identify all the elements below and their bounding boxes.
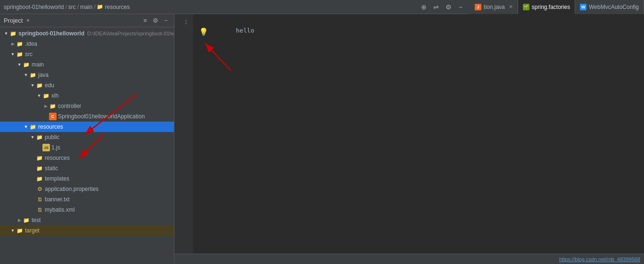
- tree-label: main: [32, 61, 44, 68]
- tree-item-target[interactable]: ▼ 📁 target: [0, 225, 174, 236]
- tree-item-java[interactable]: ▼ 📁 java: [0, 70, 174, 80]
- breadcrumb-part: main: [80, 4, 92, 10]
- tree-label: controller: [58, 103, 81, 109]
- folder-icon: 📁: [49, 102, 57, 110]
- close-icon[interactable]: ✕: [509, 4, 513, 10]
- settings-equal-icon[interactable]: ⇌: [431, 2, 441, 12]
- status-url[interactable]: https://blog.csdn.net/mb_48399568: [559, 256, 640, 262]
- lightbulb-hint[interactable]: 💡: [199, 27, 638, 36]
- arrow-icon: ▼: [9, 227, 16, 234]
- arrow-icon: ▼: [29, 82, 36, 89]
- line-numbers: 1: [174, 14, 193, 254]
- folder-icon: 📁: [36, 175, 43, 182]
- breadcrumb-part: src: [68, 4, 76, 10]
- breadcrumb-part: springboot-01helloworld: [4, 4, 64, 10]
- tree-label: application.properties: [45, 186, 99, 192]
- breadcrumb-sep: /: [94, 4, 95, 10]
- folder-icon: 📁: [16, 40, 24, 48]
- tree-item-src[interactable]: ▼ 📁 src: [0, 49, 174, 59]
- folder-icon: 📁: [9, 30, 17, 37]
- tree-label: .idea: [25, 41, 37, 47]
- tree-item-js[interactable]: ▶ JS 1.js: [0, 142, 174, 153]
- tab-bar: springboot-01helloworld / src / main / 📁…: [0, 0, 644, 14]
- tree-item-xlh[interactable]: ▼ 📁 xlh: [0, 91, 174, 101]
- tree-item-mybatis[interactable]: ▶ 🖻 mybatis.xml: [0, 205, 174, 215]
- tree-label: src: [25, 51, 33, 58]
- tree-item-test[interactable]: ▶ 📁 test: [0, 215, 174, 225]
- tree-label: resources: [45, 155, 70, 161]
- folder-icon: 📁: [23, 61, 30, 68]
- folder-icon: 📁: [36, 154, 43, 162]
- editor-panel: 1 hello 💡: [174, 14, 644, 264]
- tree-item-static[interactable]: ▶ 📁 static: [0, 163, 174, 173]
- panel-collapse-btn[interactable]: −: [162, 16, 170, 25]
- tree-item-app-properties[interactable]: ▶ ⚙ application.properties: [0, 184, 174, 194]
- globe-icon[interactable]: ⊕: [419, 2, 429, 12]
- arrow-icon: ▼: [9, 51, 16, 58]
- breadcrumb-part: 📁 resources: [97, 4, 130, 10]
- lightbulb-icon: 💡: [199, 27, 208, 36]
- breadcrumb-area: springboot-01helloworld / src / main / 📁…: [0, 2, 468, 12]
- arrow-icon: ▶: [42, 103, 49, 109]
- tree-item-templates[interactable]: ▶ 📁 templates: [0, 173, 174, 184]
- tab-webmvc[interactable]: W WebMvcAutoConfig: [575, 0, 644, 14]
- tab-toolbar: ⊕ ⇌ ⚙ −: [416, 2, 468, 12]
- folder-icon: 📁: [16, 50, 24, 58]
- tab-application-java[interactable]: J tion.java ✕: [470, 0, 518, 14]
- tree-item-banner[interactable]: ▶ 🖻 banner.txt: [0, 194, 174, 205]
- tree-label: java: [38, 72, 49, 78]
- tab-label: WebMvcAutoConfig: [589, 4, 639, 10]
- panel-title: Project: [4, 17, 23, 24]
- tab-label: tion.java: [484, 4, 505, 10]
- tree-item-main[interactable]: ▼ 📁 main: [0, 59, 174, 70]
- tree-label: test: [32, 217, 41, 223]
- tree-item-public[interactable]: ▼ 📁 public: [0, 132, 174, 142]
- gear-icon[interactable]: ⚙: [444, 2, 453, 12]
- svg-line-1: [205, 43, 231, 71]
- tree-label: banner.txt: [45, 196, 70, 203]
- factories-file-icon: 🌱: [523, 4, 529, 10]
- tree-item-controller[interactable]: ▶ 📁 controller: [0, 101, 174, 111]
- tree-item-idea[interactable]: ▶ 📁 .idea: [0, 39, 174, 49]
- arrow-icon: ▶: [9, 41, 16, 47]
- java-file-icon: J: [475, 4, 481, 10]
- project-panel: Project ▼ ≡ ⚙ − ▼ 📁 springboot-01hellowo…: [0, 14, 174, 264]
- editor-content: 1 hello 💡: [174, 14, 644, 254]
- tree-label: public: [45, 134, 59, 140]
- panel-dropdown-arrow[interactable]: ▼: [25, 18, 30, 23]
- breadcrumb-sep: /: [65, 4, 66, 10]
- tree-label: edu: [45, 82, 54, 89]
- tab-spring-factories[interactable]: 🌱 spring.factories: [518, 0, 575, 14]
- tree-item-app-class[interactable]: ▶ C Springboot01helloworldApplication: [0, 111, 174, 122]
- folder-icon: 📁: [23, 216, 30, 224]
- folder-icon: 📁: [36, 165, 43, 172]
- xml-file-icon: 🖻: [36, 206, 43, 214]
- tree-label: target: [25, 227, 40, 234]
- txt-file-icon: 🖻: [36, 196, 43, 203]
- arrow-icon: ▼: [3, 30, 9, 37]
- arrow-icon: ▼: [36, 92, 42, 99]
- breadcrumb-sep: /: [77, 4, 79, 10]
- tree-label: xlh: [51, 92, 58, 99]
- tree-item-edu[interactable]: ▼ 📁 edu: [0, 80, 174, 91]
- tree-label: static: [45, 165, 58, 172]
- folder-icon: 📁: [36, 133, 43, 141]
- tab-label: spring.factories: [532, 4, 570, 10]
- arrow-icon: ▼: [16, 61, 23, 68]
- java-file-icon: C: [49, 113, 57, 120]
- js-file-icon: JS: [42, 144, 50, 151]
- editor-status-bar: https://blog.csdn.net/mb_48399568: [174, 254, 644, 264]
- arrow-icon: ▼: [29, 134, 36, 140]
- code-editor[interactable]: hello 💡: [193, 14, 644, 254]
- folder-icon: 📁: [36, 82, 43, 89]
- panel-settings-btn[interactable]: ⚙: [151, 16, 160, 25]
- minus-icon[interactable]: −: [456, 2, 465, 12]
- tree-item-resources[interactable]: ▼ 📁 resources: [0, 122, 174, 132]
- panel-toolbar: ≡ ⚙ −: [141, 16, 170, 25]
- tree-item-root[interactable]: ▼ 📁 springboot-01helloworld D:\IDEA\Idea…: [0, 28, 174, 39]
- line-number: 1: [176, 18, 191, 26]
- panel-tool-btn[interactable]: ≡: [141, 16, 149, 25]
- tree-path: D:\IDEA\IdeaProjects\springboot-01hellow…: [87, 31, 174, 36]
- resources-folder-icon: 📁: [29, 123, 37, 131]
- tree-item-resources-sub[interactable]: ▶ 📁 resources: [0, 153, 174, 163]
